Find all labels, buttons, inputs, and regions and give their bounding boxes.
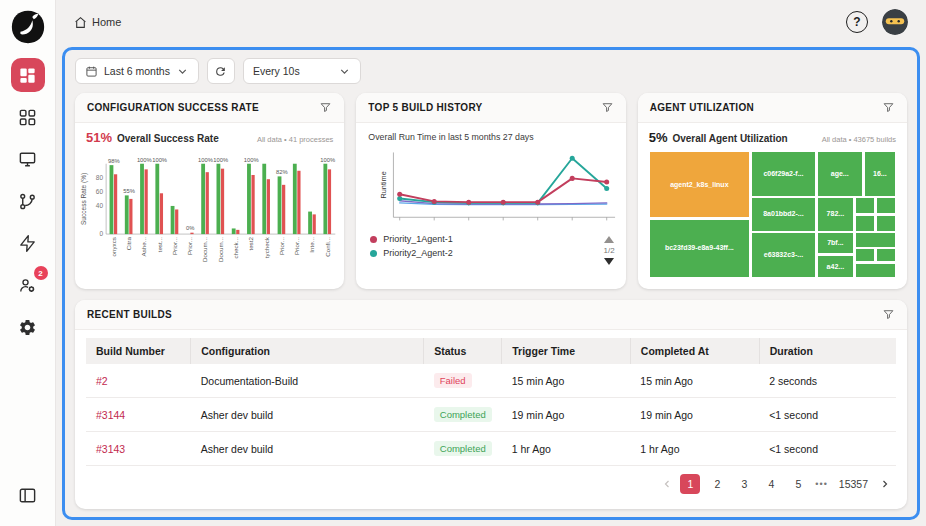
help-icon: ? [853,15,860,29]
table-row[interactable]: #2 Documentation-Build Failed 15 min Ago… [86,364,896,398]
table-row[interactable]: #3143 Asher dev build Completed 1 hr Ago… [86,432,896,466]
sidebar-collapse-button[interactable] [11,478,45,512]
svg-text:55%: 55% [123,188,135,194]
help-button[interactable]: ? [846,11,868,33]
duration-cell: <1 second [759,432,896,466]
sidebar-item-apps[interactable] [11,100,45,134]
svg-text:60: 60 [96,188,104,195]
pagination-page[interactable]: 1 [680,474,700,494]
configuration-cell: Asher dev build [191,398,424,432]
treemap-tile[interactable] [855,263,896,278]
refresh-interval-select[interactable]: Every 10s [243,58,361,84]
success-rate-bar-chart[interactable]: 0406080Success Rate (%)98%onyxcs55%Citra… [75,145,344,289]
build-history-line-chart[interactable]: Runtime [356,142,625,234]
legend-item[interactable]: Priority2_Agent-2 [370,248,611,258]
card-header: CONFIGURATION SUCCESS RATE [75,93,344,123]
duration-cell: 2 seconds [759,364,896,398]
svg-text:Prior...: Prior... [171,237,178,255]
filter-icon[interactable] [882,308,895,321]
configuration-cell: Documentation-Build [191,364,424,398]
sidebar: 2 [0,0,56,526]
card-meta: All data • 43675 builds [822,135,896,144]
pagination: 1 2 3 4 5 ••• 15357 [75,466,907,494]
card-configuration-success-rate: CONFIGURATION SUCCESS RATE 51% Overall S… [75,93,344,289]
pagination-last-page[interactable]: 15357 [835,474,872,494]
treemap-tile[interactable]: agent2_k8s_linux [649,151,750,218]
pagination-next-icon[interactable] [879,478,891,490]
svg-text:Success Rate (%): Success Rate (%) [80,173,88,225]
treemap-tile[interactable] [855,248,875,262]
svg-text:tycheck: tycheck [263,236,270,258]
breadcrumb-home[interactable]: Home [74,16,121,29]
pagination-ellipsis[interactable]: ••• [815,479,827,489]
treemap-tile[interactable]: 782... [817,197,854,231]
pagination-page[interactable]: 5 [788,474,808,494]
card-title: CONFIGURATION SUCCESS RATE [87,102,259,113]
svg-text:Citra: Citra [125,237,132,251]
home-label: Home [92,16,121,28]
treemap-tile[interactable]: 8a01bbd2-... [751,197,815,231]
date-range-selector[interactable]: Last 6 months [75,58,199,84]
column-header-status[interactable]: Status [424,338,502,364]
filter-icon[interactable] [882,101,895,114]
treemap-tile[interactable]: e63832c3-... [751,232,815,278]
pagination-page[interactable]: 2 [707,474,727,494]
sidebar-item-pipelines[interactable] [11,184,45,218]
treemap-tile-label: a42... [825,263,847,271]
sidebar-item-monitor[interactable] [11,142,45,176]
sidebar-item-actions[interactable] [11,226,45,260]
column-header-duration[interactable]: Duration [759,338,896,364]
agent-utilization-treemap[interactable]: agent2_k8s_linuxbc23fd39-e8a9-43ff...c06… [649,151,896,278]
column-header-configuration[interactable]: Configuration [191,338,424,364]
treemap-tile[interactable]: 7bf... [817,232,854,254]
column-header-trigger-time[interactable]: Trigger Time [502,338,631,364]
sidebar-item-settings[interactable] [11,310,45,344]
treemap-tile[interactable]: 16... [864,151,896,197]
table-row[interactable]: #3144 Asher dev build Completed 19 min A… [86,398,896,432]
pagination-prev-icon[interactable] [661,478,673,490]
sidebar-item-user-management[interactable]: 2 [11,268,45,302]
treemap-tile[interactable] [855,232,896,247]
filter-icon[interactable] [601,101,614,114]
topbar: Home ? [56,0,926,44]
pager-up-icon[interactable] [604,236,614,243]
build-number-link[interactable]: #2 [96,375,108,387]
treemap-tile[interactable] [855,197,875,214]
svg-text:Prior...: Prior... [186,237,193,255]
app-logo[interactable] [9,8,47,46]
treemap-tile[interactable] [876,197,896,214]
user-avatar[interactable] [882,9,908,35]
refresh-interval-value: Every 10s [253,65,300,77]
treemap-tile[interactable]: a42... [817,255,854,278]
calendar-icon [85,65,98,78]
dashboard-icon [18,66,37,85]
treemap-tile[interactable]: c06f29a2-f... [751,151,815,197]
legend-item[interactable]: Priority_1Agent-1 [370,234,611,244]
column-header-build-number[interactable]: Build Number [86,338,191,364]
column-header-completed-at[interactable]: Completed At [630,338,759,364]
treemap-tile[interactable] [855,215,875,232]
date-range-label: Last 6 months [104,65,170,77]
chevron-down-icon [176,65,189,78]
svg-text:40: 40 [96,202,104,209]
treemap-tile[interactable]: age... [817,151,863,197]
topbar-actions: ? [846,9,908,35]
chart-subtitle: Overall Run Time in last 5 months 27 day… [356,123,625,142]
build-number-link[interactable]: #3144 [96,409,125,421]
dashboard-content: Last 6 months Every 10s CONFIGURATION SU… [62,47,920,520]
brand-icon [9,8,47,46]
sidebar-item-dashboard[interactable] [11,58,45,92]
refresh-button[interactable] [207,58,235,84]
pager-down-icon[interactable] [604,258,614,265]
filter-icon[interactable] [319,101,332,114]
svg-text:test...: test... [156,237,163,252]
treemap-tile[interactable] [876,248,896,262]
treemap-tile[interactable]: bc23fd39-e8a9-43ff... [649,219,750,278]
build-number-link[interactable]: #3143 [96,443,125,455]
pagination-page[interactable]: 4 [761,474,781,494]
treemap-tile-label: e63832c3-... [762,251,805,259]
pagination-page[interactable]: 3 [734,474,754,494]
treemap-tile[interactable] [876,215,896,232]
stat-row: 51% Overall Success Rate All data • 41 p… [75,123,344,145]
legend-dot [370,236,377,243]
